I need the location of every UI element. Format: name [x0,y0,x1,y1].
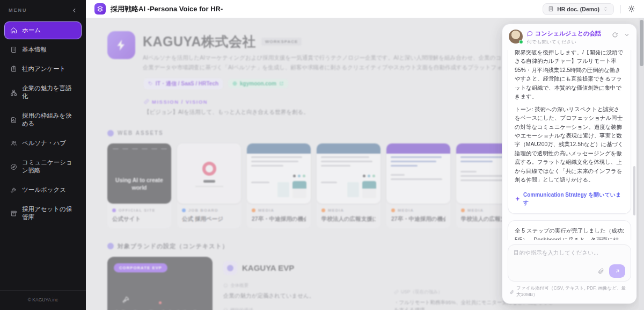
settings-button[interactable] [627,5,635,13]
doc-selector-label: HR doc. (Demo) [557,6,599,12]
asset-card-media-3[interactable]: MEDIA 27卒・中途採用の機会... [386,143,450,228]
link-icon [394,290,399,294]
company-name: KAGUYA株式会社 [143,33,256,51]
doc-search-icon [10,117,17,124]
sidebar-item-survey[interactable]: 社内アンケート [4,60,82,78]
site-thumbnail: Using AI to create world [107,143,171,204]
chat-input[interactable] [514,249,625,262]
asset-card-media-1[interactable]: MEDIA 27卒・中途採用の機会... [247,143,311,228]
rocket-icon [121,295,130,304]
corporate-evp-card[interactable]: CORPORATE EVP KAGUYA [107,257,213,310]
sidebar-item-label: 社内アンケート [22,65,66,73]
chat-collapse-button[interactable] [624,32,630,38]
sitemap-icon [10,89,17,96]
lightning-icon [115,39,128,52]
chat-header: コンシェルジュとの会話 何でも聞いてください [502,24,636,50]
page-scrollbar-thumb[interactable] [640,20,643,66]
sidebar-item-label: ツールボックス [22,186,66,194]
sidebar-nav: ホーム 基本情報 社内アンケート 企業の魅力を言語化 採用の枠組みを決める ペル… [0,19,86,230]
sidebar-item-label: コミュニケーション戦略 [22,158,76,175]
category-dot-icon [252,208,255,212]
chevron-down-icon [624,32,630,38]
gear-icon [627,5,635,13]
category-dot-icon [321,208,325,212]
category-dot-icon [391,208,395,212]
evp-title: KAGUYA EVP [242,263,294,272]
tag-icon [148,81,153,86]
section-dot-icon [107,243,114,249]
workspace-logo [107,31,135,59]
wrench-icon [10,186,17,193]
section-dot-icon [107,130,114,136]
site-thumbnail [386,143,450,204]
domain-link[interactable]: kgymoon.com [228,79,288,88]
sidebar-item-label: 採用アセットの保管庫 [22,205,76,221]
chevrons-up-down-icon [603,6,609,12]
check-circle-icon [223,308,228,310]
building-small-icon [548,6,554,12]
corporate-evp-badge: CORPORATE EVP [114,263,167,272]
paperclip-icon [597,268,604,275]
sidebar-item-communication-strategy[interactable]: コミュニケーション戦略 [4,154,82,179]
divider [620,5,621,13]
asset-card-job-board[interactable]: JOB BOARD 公式 採用ページ [177,143,241,228]
external-link-icon [279,81,284,86]
workspace-badge: WORKSPACE [261,38,302,46]
globe-icon [232,81,237,86]
sidebar-item-basic-info[interactable]: 基本情報 [4,41,82,59]
arrow-up-right-icon [614,268,620,274]
doc-selector[interactable]: HR doc. (Demo) [543,3,614,15]
page-scrollbar[interactable] [639,18,644,310]
asset-card-media-2[interactable]: MEDIA 学校法人の広報支援に... [317,143,380,228]
content-area: KAGUYA株式会社 WORKSPACE AIペルソナを活用したAIマーケティン… [86,18,644,310]
sidebar-collapse-button[interactable] [71,6,78,14]
chat-bubble-icon [527,31,533,37]
send-button[interactable] [609,264,625,278]
clipboard-icon [10,66,17,73]
chat-messages[interactable]: 限界突破を後押しします。/【開発に没頭できる自律的カルチャー】フルリモート率95… [502,50,636,240]
refresh-icon [612,32,618,38]
sidebar-item-label: ホーム [22,26,41,34]
attachment-note: ファイル添付可（CSV, テキスト, PDF, 画像など、最大10MB） [502,282,636,304]
topbar: 採用戦略AI -Persona Voice for HR- HR doc. (D… [86,0,644,18]
brand-logo-text: KAGUYA [107,308,213,310]
building-icon [10,46,17,53]
menu-label: MENU [9,8,27,13]
info-icon [223,283,228,288]
sidebar-item-hiring-framework[interactable]: 採用の枠組みを決める [4,107,82,133]
sidebar-item-toolbox[interactable]: ツールボックス [4,181,82,199]
open-strategy-link[interactable]: Communication Strategy を開いています [515,191,624,208]
site-thumbnail [177,143,241,204]
chat-refresh-button[interactable] [612,32,618,38]
logo-accent-dot [159,301,162,304]
chat-title: コンシェルジュとの会話 [535,30,601,38]
asset-card-official-site[interactable]: Using AI to create world OFFICIAL SITE 公… [107,143,171,228]
archive-icon [10,210,17,217]
chat-scrollbar[interactable] [633,166,635,215]
sidebar-item-label: 採用の枠組みを決める [22,112,76,128]
assistant-message: 限界突破を後押しします。/【開発に没頭できる自律的カルチャー】フルリモート率95… [508,50,631,214]
site-thumbnail [247,143,311,204]
sidebar-item-verbalize-appeal[interactable]: 企業の魅力を言語化 [4,80,82,105]
users-icon [10,140,17,147]
category-dot-icon [112,208,116,212]
chat-subtitle: 何でも聞いてください [527,39,608,46]
sidebar-item-persona-hub[interactable]: ペルソナ・ハブ [4,134,82,152]
link-icon [144,99,149,104]
assistant-message: 全 5 ステップの実行が完了しました（成功: 5/5）。Dashboard に戻… [508,220,631,240]
assistant-avatar [509,30,523,44]
layers-icon [97,5,104,12]
attach-file-button[interactable] [597,268,604,275]
home-icon [10,27,17,34]
site-thumbnail [317,143,380,204]
sidebar-item-label: ペルソナ・ハブ [22,139,66,147]
sidebar-item-home[interactable]: ホーム [4,21,82,39]
sidebar-copyright: © KAGUYA.inc [0,290,86,310]
sidebar: MENU ホーム 基本情報 社内アンケート 企業の魅力を言語化 [0,0,86,310]
category-dot-icon [182,208,186,212]
evp-icon [223,261,237,275]
sidebar-item-asset-storage[interactable]: 採用アセットの保管庫 [4,200,82,226]
page-title: 採用戦略AI -Persona Voice for HR- [111,4,223,14]
sidebar-item-label: 企業の魅力を言語化 [22,84,76,100]
sparkle-icon [515,196,521,202]
